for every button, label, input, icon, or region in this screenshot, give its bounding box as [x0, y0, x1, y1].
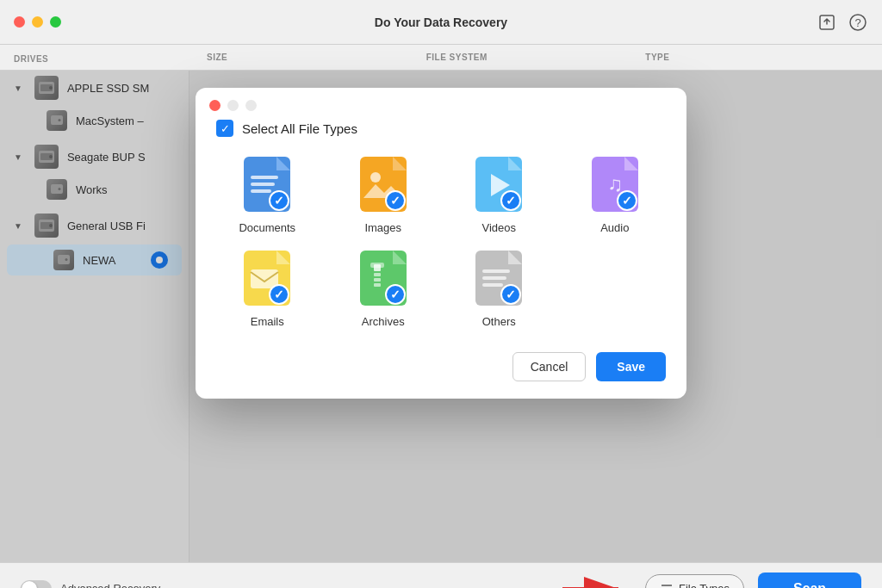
svg-text:✓: ✓	[390, 288, 401, 301]
select-all-label: Select All File Types	[242, 121, 357, 136]
svg-text:✓: ✓	[622, 194, 632, 207]
file-types-modal: ✓ Select All File Types	[196, 88, 686, 399]
svg-rect-21	[251, 189, 271, 193]
images-label: Images	[364, 221, 401, 234]
drives-header: DRIVES	[0, 50, 189, 65]
modal-overlay: ✓ Select All File Types	[0, 71, 882, 562]
file-type-others[interactable]: ✓ Others	[448, 248, 550, 328]
svg-rect-51	[482, 283, 503, 287]
svg-text:✓: ✓	[274, 194, 284, 207]
svg-point-25	[370, 172, 381, 183]
svg-rect-19	[251, 176, 278, 179]
select-all-row[interactable]: ✓ Select All File Types	[216, 120, 666, 137]
help-icon[interactable]: ?	[848, 12, 868, 33]
archives-icon: ✓	[353, 248, 413, 308]
app-title: Do Your Data Recovery	[375, 15, 507, 29]
images-icon: ✓	[353, 154, 413, 214]
bottom-right-actions: File Types Scan	[562, 573, 861, 589]
export-icon[interactable]	[817, 12, 837, 33]
file-type-audio[interactable]: ♫ ✓ Audio	[564, 154, 667, 234]
emails-label: Emails	[251, 315, 284, 328]
modal-body: ✓ Select All File Types	[196, 120, 686, 399]
svg-text:✓: ✓	[506, 288, 516, 301]
modal-footer: Cancel Save	[216, 349, 666, 381]
modal-close-button[interactable]	[209, 100, 220, 111]
videos-label: Videos	[481, 221, 516, 234]
scan-button[interactable]: Scan	[758, 573, 861, 589]
table-col-headers: SIZE FILE SYSTEM TYPE	[189, 53, 882, 62]
modal-minimize-button[interactable]	[227, 100, 239, 111]
file-type-documents[interactable]: ✓ Documents	[216, 154, 319, 234]
emails-icon: ✓	[237, 248, 297, 308]
modal-title-bar	[196, 88, 686, 120]
main-area: ▼ APPLE SSD SM MacSystem	[0, 71, 882, 562]
documents-label: Documents	[239, 221, 295, 234]
column-headers: DRIVES SIZE FILE SYSTEM TYPE	[0, 45, 882, 71]
documents-icon: ✓	[237, 154, 297, 214]
svg-text:✓: ✓	[274, 288, 284, 301]
traffic-lights	[14, 16, 61, 28]
archives-label: Archives	[362, 315, 405, 328]
file-type-archives[interactable]: ✓ Archives	[332, 248, 435, 328]
advanced-recovery-toggle[interactable]	[21, 580, 52, 589]
svg-text:✓: ✓	[506, 194, 516, 207]
svg-rect-49	[482, 269, 510, 273]
toggle-knob	[22, 581, 37, 589]
advanced-recovery-label: Advanced Recovery	[60, 582, 160, 588]
title-bar: Do Your Data Recovery ?	[0, 0, 882, 45]
audio-icon: ♫ ✓	[585, 154, 645, 214]
advanced-recovery-section: Advanced Recovery	[21, 580, 160, 589]
close-button[interactable]	[14, 16, 25, 28]
file-types-grid: ✓ Documents	[216, 154, 666, 328]
svg-rect-42	[374, 273, 381, 276]
svg-rect-20	[251, 183, 275, 186]
svg-text:♫: ♫	[607, 172, 623, 195]
select-all-checkbox[interactable]: ✓	[216, 120, 233, 137]
bottom-bar: Advanced Recovery File Types Sca	[0, 562, 882, 588]
svg-text:?: ?	[854, 16, 860, 29]
file-types-button[interactable]: File Types	[645, 574, 744, 589]
title-bar-actions: ?	[817, 12, 868, 33]
svg-rect-44	[374, 283, 381, 287]
save-button[interactable]: Save	[596, 352, 666, 381]
svg-rect-45	[370, 263, 384, 268]
svg-rect-50	[482, 276, 506, 280]
arrow-indicator	[562, 573, 631, 589]
videos-icon: ✓	[469, 154, 529, 214]
cancel-button[interactable]: Cancel	[512, 352, 587, 381]
file-type-videos[interactable]: ✓ Videos	[448, 154, 550, 234]
filter-icon	[660, 582, 674, 589]
maximize-button[interactable]	[50, 16, 61, 28]
red-arrow-icon	[562, 573, 631, 589]
svg-rect-43	[374, 278, 381, 282]
minimize-button[interactable]	[32, 16, 43, 28]
svg-text:✓: ✓	[390, 194, 401, 207]
file-type-emails[interactable]: ✓ Emails	[216, 248, 319, 328]
file-type-images[interactable]: ✓ Images	[332, 154, 435, 234]
audio-label: Audio	[600, 221, 629, 234]
others-label: Others	[482, 315, 516, 328]
file-types-button-label: File Types	[679, 582, 730, 588]
others-icon: ✓	[469, 248, 529, 308]
modal-maximize-button[interactable]	[245, 100, 257, 111]
